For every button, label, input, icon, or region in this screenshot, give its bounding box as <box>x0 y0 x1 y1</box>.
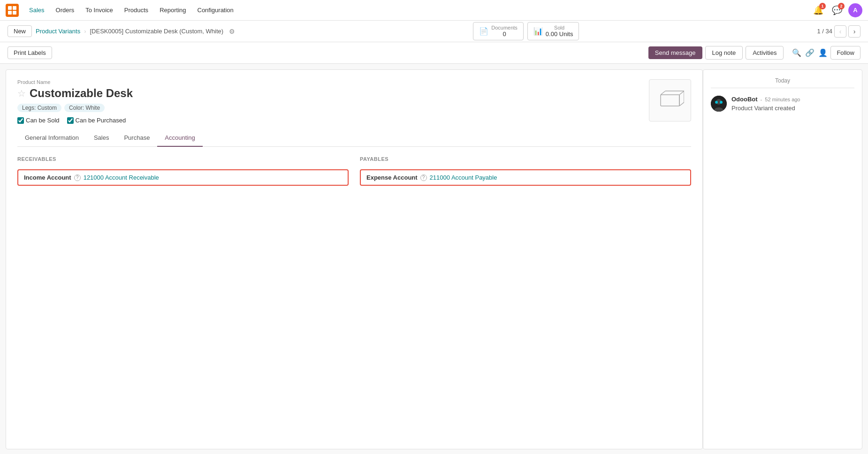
can-be-purchased-checkbox[interactable] <box>67 117 74 124</box>
follow-button[interactable]: Follow <box>830 46 860 60</box>
notifications-button[interactable]: 🔔 1 <box>811 3 826 18</box>
documents-count: 0 <box>491 30 518 38</box>
sold-value: 0.00 Units <box>546 30 573 38</box>
nav-item-sales[interactable]: Sales <box>24 4 49 16</box>
breadcrumb-parent[interactable]: Product Variants <box>36 28 80 35</box>
receivables-title: RECEIVABLES <box>17 156 349 162</box>
chatter-header: OdooBot - 52 minutes ago <box>731 96 854 103</box>
nav-item-products[interactable]: Products <box>120 4 153 16</box>
tag-legs[interactable]: Legs: Custom <box>17 104 61 112</box>
favorite-icon[interactable]: ☆ <box>17 88 26 99</box>
chatter-separator: - <box>761 97 762 102</box>
svg-line-7 <box>679 91 684 95</box>
form-area: Product Name ☆ Customizable Desk Legs: C… <box>6 69 703 449</box>
activities-button[interactable]: Activities <box>746 46 784 60</box>
chatter-avatar <box>711 96 727 112</box>
tab-sales[interactable]: Sales <box>86 129 117 147</box>
nav-item-to-invoice[interactable]: To Invoice <box>81 4 118 16</box>
accounting-tab-content: RECEIVABLES Income Account ? 121000 Acco… <box>17 147 691 195</box>
expense-account-value[interactable]: 211000 Account Payable <box>430 174 497 181</box>
product-tags: Legs: Custom Color: White <box>17 104 641 112</box>
nav-item-reporting[interactable]: Reporting <box>155 4 190 16</box>
product-info: Product Name ☆ Customizable Desk Legs: C… <box>17 79 641 124</box>
action-bar: Print Labels Send message Log note Activ… <box>0 42 868 64</box>
chatter-text: Product Variant created <box>731 105 854 112</box>
product-title: ☆ Customizable Desk <box>17 87 641 100</box>
prev-record-button[interactable]: ‹ <box>834 25 846 38</box>
settings-icon[interactable]: ⚙ <box>229 28 235 35</box>
documents-icon: 📄 <box>479 27 488 36</box>
svg-rect-0 <box>6 4 19 17</box>
documents-label: Documents <box>491 25 518 30</box>
product-checkboxes: Can be Sold Can be Purchased <box>17 117 641 124</box>
can-be-sold-label: Can be Sold <box>26 117 60 124</box>
messages-button[interactable]: 💬 2 <box>830 3 845 18</box>
sold-label: Sold <box>546 25 573 30</box>
main-layout: Product Name ☆ Customizable Desk Legs: C… <box>0 64 868 454</box>
expense-account-help-icon[interactable]: ? <box>420 174 427 181</box>
payables-section: PAYABLES Expense Account ? 211000 Accoun… <box>360 156 691 186</box>
chatter-time: 52 minutes ago <box>765 97 800 102</box>
form-tabs: General Information Sales Purchase Accou… <box>17 129 691 147</box>
chatter: Today OdooBot - 52 minutes ago Product V… <box>703 69 862 449</box>
expense-account-label: Expense Account <box>366 174 418 181</box>
svg-line-6 <box>661 91 665 95</box>
svg-rect-3 <box>8 11 12 15</box>
receivables-section: RECEIVABLES Income Account ? 121000 Acco… <box>17 156 349 186</box>
svg-rect-4 <box>13 11 16 15</box>
product-name-label: Product Name <box>17 79 641 85</box>
top-navigation: Sales Orders To Invoice Products Reporti… <box>0 0 868 21</box>
expense-account-field: Expense Account ? 211000 Account Payable <box>360 169 691 186</box>
income-account-field: Income Account ? 121000 Account Receivab… <box>17 169 349 186</box>
chatter-message: OdooBot - 52 minutes ago Product Variant… <box>711 96 854 112</box>
svg-rect-1 <box>8 6 12 10</box>
user-icon[interactable]: 👤 <box>818 48 828 57</box>
svg-point-16 <box>720 101 723 104</box>
messages-badge: 2 <box>838 3 845 9</box>
next-record-button[interactable]: › <box>848 25 860 38</box>
can-be-purchased-label: Can be Purchased <box>76 117 126 124</box>
svg-line-11 <box>679 102 684 106</box>
svg-point-15 <box>715 101 718 104</box>
print-labels-button[interactable]: Print Labels <box>8 46 52 59</box>
can-be-sold-checkbox[interactable] <box>17 117 24 124</box>
page-indicator: 1 / 34 <box>817 28 832 35</box>
tab-general-information[interactable]: General Information <box>17 129 86 147</box>
chatter-author: OdooBot <box>731 96 758 103</box>
breadcrumb-separator: › <box>84 28 86 35</box>
search-icon[interactable]: 🔍 <box>792 48 801 57</box>
svg-rect-2 <box>13 6 16 10</box>
tab-accounting[interactable]: Accounting <box>157 129 202 147</box>
user-avatar[interactable]: A <box>848 3 862 17</box>
income-account-value[interactable]: 121000 Account Receivable <box>84 174 159 181</box>
nav-item-orders[interactable]: Orders <box>51 4 79 16</box>
stat-buttons: 📄 Documents 0 📊 Sold 0.00 Units <box>473 22 579 40</box>
new-button[interactable]: New <box>8 25 32 37</box>
breadcrumb-bar: New Product Variants › [DESK0005] Custom… <box>0 21 868 42</box>
payables-title: PAYABLES <box>360 156 691 162</box>
nav-item-configuration[interactable]: Configuration <box>193 4 238 16</box>
log-note-button[interactable]: Log note <box>705 46 743 60</box>
chatter-today-label: Today <box>711 77 854 88</box>
can-be-sold-checkbox-item: Can be Sold <box>17 117 60 124</box>
product-header: Product Name ☆ Customizable Desk Legs: C… <box>17 79 691 124</box>
accounts-grid: RECEIVABLES Income Account ? 121000 Acco… <box>17 156 691 186</box>
can-be-purchased-checkbox-item: Can be Purchased <box>67 117 126 124</box>
tab-purchase[interactable]: Purchase <box>116 129 157 147</box>
record-navigation: 1 / 34 ‹ › <box>817 25 860 38</box>
send-message-button[interactable]: Send message <box>648 46 702 59</box>
breadcrumb-current: [DESK0005] Customizable Desk (Custom, Wh… <box>90 28 224 35</box>
sold-icon: 📊 <box>533 27 543 36</box>
income-account-help-icon[interactable]: ? <box>74 174 81 181</box>
chatter-content: OdooBot - 52 minutes ago Product Variant… <box>731 96 854 112</box>
svg-rect-5 <box>661 95 679 106</box>
link-icon[interactable]: 🔗 <box>805 48 815 57</box>
app-logo[interactable] <box>6 4 19 17</box>
tag-color[interactable]: Color: White <box>64 104 105 112</box>
product-image <box>649 79 691 121</box>
sold-stat-button[interactable]: 📊 Sold 0.00 Units <box>527 22 579 40</box>
income-account-label: Income Account <box>24 174 71 181</box>
documents-stat-button[interactable]: 📄 Documents 0 <box>473 22 524 40</box>
notifications-badge: 1 <box>819 3 826 9</box>
product-name: Customizable Desk <box>30 87 133 100</box>
